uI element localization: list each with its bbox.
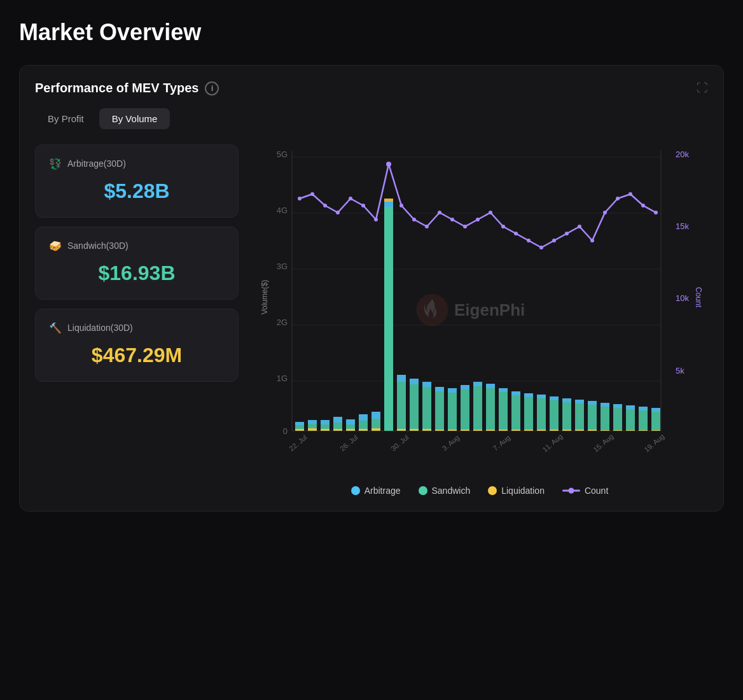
svg-rect-46 xyxy=(626,409,635,431)
svg-text:10k: 10k xyxy=(676,293,689,303)
svg-text:4G: 4G xyxy=(277,206,288,215)
svg-text:30. Jul: 30. Jul xyxy=(389,433,410,452)
svg-rect-83 xyxy=(359,429,368,431)
svg-rect-72 xyxy=(588,401,597,405)
svg-rect-59 xyxy=(422,382,431,387)
svg-rect-65 xyxy=(499,388,508,392)
svg-rect-53 xyxy=(346,419,355,424)
svg-rect-35 xyxy=(486,388,495,431)
svg-rect-90 xyxy=(448,430,457,431)
svg-rect-96 xyxy=(524,430,533,431)
chart-container: EigenPhi 5G 4G 3G 2G 1G 0 xyxy=(251,144,708,475)
svg-rect-86 xyxy=(397,429,406,431)
svg-rect-93 xyxy=(486,430,495,431)
arbitrage-label: 💱 Arbitrage(30D) xyxy=(48,157,225,171)
svg-rect-57 xyxy=(397,375,406,382)
svg-rect-99 xyxy=(562,430,571,431)
svg-rect-48 xyxy=(651,412,660,431)
svg-rect-51 xyxy=(321,420,330,424)
svg-point-124 xyxy=(514,232,518,235)
svg-rect-39 xyxy=(537,398,546,431)
svg-rect-88 xyxy=(422,429,431,431)
liquidation-value: $467.29M xyxy=(48,344,225,367)
svg-rect-60 xyxy=(435,387,444,391)
svg-rect-58 xyxy=(410,379,419,384)
svg-rect-105 xyxy=(639,430,648,431)
svg-rect-71 xyxy=(575,400,584,403)
svg-rect-92 xyxy=(473,430,482,431)
arbitrage-icon: 💱 xyxy=(48,157,62,171)
svg-rect-80 xyxy=(321,429,330,431)
svg-rect-106 xyxy=(651,430,660,431)
svg-point-128 xyxy=(565,232,569,235)
svg-rect-56 xyxy=(384,202,393,207)
svg-rect-89 xyxy=(435,430,444,431)
svg-rect-82 xyxy=(346,429,355,431)
svg-rect-38 xyxy=(524,397,533,431)
card-header: Performance of MEV Types i ⛶ xyxy=(35,81,708,95)
svg-rect-91 xyxy=(461,430,469,431)
svg-text:19. Aug: 19. Aug xyxy=(642,432,665,453)
by-profit-button[interactable]: By Profit xyxy=(35,108,97,129)
svg-point-112 xyxy=(361,204,365,207)
svg-point-134 xyxy=(641,204,645,207)
svg-rect-97 xyxy=(537,430,546,431)
svg-rect-47 xyxy=(639,410,648,431)
svg-point-110 xyxy=(336,211,340,214)
svg-rect-63 xyxy=(473,382,482,386)
svg-rect-73 xyxy=(601,403,609,407)
count-legend-line-icon xyxy=(562,486,580,495)
chart-legend: Arbitrage Sandwich Liquidation Count xyxy=(251,486,708,496)
svg-rect-87 xyxy=(410,429,419,431)
svg-point-135 xyxy=(654,211,658,214)
svg-text:3. Aug: 3. Aug xyxy=(441,433,461,452)
info-icon[interactable]: i xyxy=(205,81,219,95)
svg-text:3G: 3G xyxy=(277,262,288,271)
svg-rect-33 xyxy=(461,389,469,431)
svg-point-115 xyxy=(399,204,403,207)
svg-point-113 xyxy=(374,218,378,221)
svg-rect-75 xyxy=(626,405,635,409)
svg-point-120 xyxy=(463,225,467,228)
main-content: 💱 Arbitrage(30D) $5.28B 🥪 Sandwich(30D) … xyxy=(35,144,708,496)
svg-rect-69 xyxy=(550,396,559,400)
card-title-row: Performance of MEV Types i xyxy=(35,81,219,95)
svg-rect-79 xyxy=(308,428,317,431)
arbitrage-metric-card: 💱 Arbitrage(30D) $5.28B xyxy=(35,144,239,218)
metrics-column: 💱 Arbitrage(30D) $5.28B 🥪 Sandwich(30D) … xyxy=(35,144,239,382)
legend-arbitrage: Arbitrage xyxy=(351,486,401,496)
svg-point-123 xyxy=(501,225,505,228)
liquidation-icon: 🔨 xyxy=(48,321,62,335)
count-legend-dot xyxy=(568,488,574,494)
svg-rect-37 xyxy=(511,395,520,431)
svg-point-119 xyxy=(450,218,454,221)
svg-rect-98 xyxy=(550,430,559,431)
svg-rect-84 xyxy=(372,428,380,431)
legend-sandwich: Sandwich xyxy=(419,486,471,496)
sandwich-legend-dot xyxy=(419,486,427,495)
svg-rect-30 xyxy=(422,387,431,431)
svg-point-131 xyxy=(603,211,607,214)
arbitrage-label-text: Arbitrage(30D) xyxy=(67,158,126,169)
svg-rect-78 xyxy=(295,429,304,431)
svg-text:20k: 20k xyxy=(676,150,689,159)
svg-point-129 xyxy=(578,225,581,228)
svg-rect-45 xyxy=(613,408,622,431)
svg-rect-68 xyxy=(537,395,546,398)
by-volume-button[interactable]: By Volume xyxy=(99,108,170,129)
expand-icon[interactable]: ⛶ xyxy=(697,81,708,95)
sandwich-legend-label: Sandwich xyxy=(432,486,471,496)
svg-rect-62 xyxy=(461,385,469,389)
legend-liquidation: Liquidation xyxy=(488,486,545,496)
svg-point-107 xyxy=(298,197,302,200)
svg-text:2G: 2G xyxy=(277,318,288,327)
liquidation-label: 🔨 Liquidation(30D) xyxy=(48,321,225,335)
liquidation-metric-card: 🔨 Liquidation(30D) $467.29M xyxy=(35,309,239,382)
svg-point-126 xyxy=(539,246,543,249)
svg-rect-40 xyxy=(550,400,559,431)
svg-rect-102 xyxy=(601,430,609,431)
svg-point-125 xyxy=(527,239,531,242)
svg-text:Count: Count xyxy=(694,287,703,308)
arbitrage-value: $5.28B xyxy=(48,179,225,203)
card-title: Performance of MEV Types xyxy=(35,81,198,95)
